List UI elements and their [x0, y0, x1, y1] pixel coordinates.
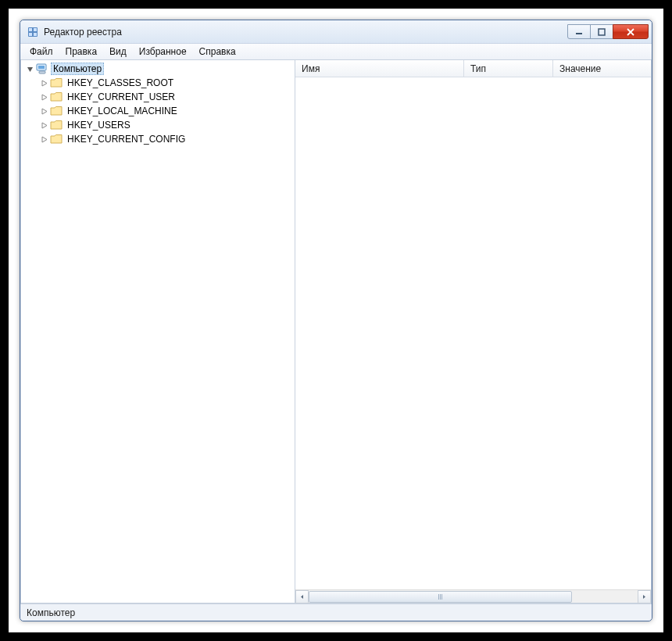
screenshot-frame: Редактор реестра Файл Правка Вид Избранн… [8, 8, 664, 633]
expand-icon[interactable] [38, 136, 49, 143]
status-path: Компьютер [27, 607, 75, 618]
scroll-left-button[interactable] [295, 590, 309, 603]
expand-icon[interactable] [38, 108, 49, 115]
tree-item-hkcr[interactable]: HKEY_CLASSES_ROOT [21, 76, 295, 90]
window-title: Редактор реестра [44, 27, 568, 38]
svg-rect-5 [576, 33, 582, 34]
titlebar[interactable]: Редактор реестра [20, 20, 652, 44]
tree-root-computer[interactable]: Компьютер [21, 62, 295, 76]
folder-icon [50, 91, 63, 103]
menu-help[interactable]: Справка [193, 45, 242, 59]
expand-icon[interactable] [38, 94, 49, 101]
list-header: Имя Тип Значение [295, 60, 651, 77]
svg-rect-9 [39, 71, 45, 73]
tree-item-label[interactable]: HKEY_CURRENT_CONFIG [65, 133, 188, 145]
maximize-button[interactable] [590, 24, 613, 39]
tree-item-hkcu[interactable]: HKEY_CURRENT_USER [21, 90, 295, 104]
menu-favorites[interactable]: Избранное [133, 45, 193, 59]
tree-item-hkcc[interactable]: HKEY_CURRENT_CONFIG [21, 132, 295, 146]
folder-icon [50, 133, 63, 145]
scroll-right-button[interactable] [638, 590, 651, 603]
tree-pane[interactable]: Компьютер HKEY_CLASSES_ROOT [20, 60, 295, 603]
tree-item-hklm[interactable]: HKEY_LOCAL_MACHINE [21, 104, 295, 118]
svg-rect-4 [34, 33, 37, 36]
tree-item-label[interactable]: HKEY_CURRENT_USER [65, 91, 177, 103]
column-header-name[interactable]: Имя [295, 60, 464, 77]
column-header-type[interactable]: Тип [464, 60, 553, 77]
svg-rect-6 [599, 29, 605, 35]
minimize-button[interactable] [567, 24, 591, 39]
svg-rect-8 [38, 66, 45, 69]
tree-children: HKEY_CLASSES_ROOT HKEY_CURRENT_USER [21, 76, 295, 146]
list-pane: Имя Тип Значение [295, 60, 652, 603]
main-split: Компьютер HKEY_CLASSES_ROOT [20, 60, 652, 603]
expand-icon[interactable] [38, 80, 49, 87]
close-button[interactable] [613, 24, 649, 39]
window-controls [568, 24, 649, 39]
svg-rect-3 [29, 33, 32, 36]
menu-file[interactable]: Файл [23, 45, 59, 59]
scroll-thumb[interactable] [309, 591, 572, 603]
tree-item-label[interactable]: HKEY_LOCAL_MACHINE [65, 105, 180, 117]
tree-item-hku[interactable]: HKEY_USERS [21, 118, 295, 132]
registry-editor-window: Редактор реестра Файл Правка Вид Избранн… [20, 20, 652, 621]
statusbar: Компьютер [20, 603, 652, 621]
expand-icon[interactable] [38, 122, 49, 129]
computer-icon [36, 63, 48, 75]
folder-icon [50, 105, 63, 117]
column-header-value[interactable]: Значение [553, 60, 651, 77]
svg-rect-1 [29, 28, 32, 31]
scroll-track[interactable] [309, 590, 638, 603]
collapse-icon[interactable] [24, 66, 35, 73]
menu-view[interactable]: Вид [103, 45, 133, 59]
tree-root-label[interactable]: Компьютер [51, 63, 104, 75]
tree-item-label[interactable]: HKEY_CLASSES_ROOT [65, 77, 176, 89]
list-body[interactable] [295, 77, 651, 589]
folder-icon [50, 77, 63, 89]
svg-rect-2 [34, 28, 37, 31]
app-icon [27, 26, 39, 38]
menu-edit[interactable]: Правка [59, 45, 104, 59]
horizontal-scrollbar[interactable] [295, 589, 651, 603]
tree-item-label[interactable]: HKEY_USERS [65, 119, 133, 131]
folder-icon [50, 119, 63, 131]
menubar: Файл Правка Вид Избранное Справка [20, 44, 652, 60]
